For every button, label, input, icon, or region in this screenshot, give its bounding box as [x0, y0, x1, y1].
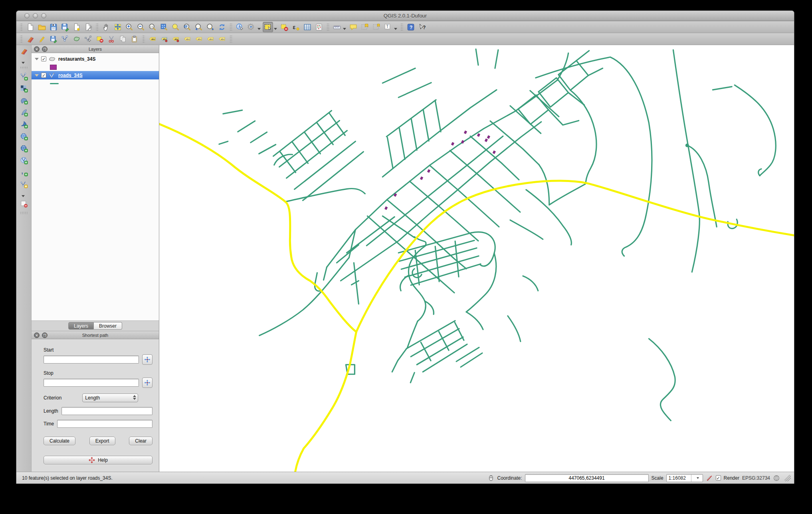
new-shapefile-button[interactable]	[19, 179, 29, 190]
layer-visibility-checkbox[interactable]: ✓	[41, 73, 46, 78]
map-tips-button[interactable]	[348, 22, 358, 32]
render-checkbox[interactable]: ✓	[716, 475, 721, 480]
zoom-native-button[interactable]: 1:1	[147, 22, 158, 32]
toolbar-grip[interactable]	[400, 23, 403, 32]
zoom-in-button[interactable]	[124, 22, 135, 32]
pan-map-button[interactable]	[101, 22, 111, 32]
pan-to-selection-button[interactable]	[113, 22, 123, 32]
label-show-hide-button[interactable]: abc	[205, 34, 216, 44]
field-calculator-button[interactable]	[314, 22, 324, 32]
clear-button[interactable]: Clear	[129, 437, 152, 445]
scale-combo[interactable]: 1:16082	[666, 474, 703, 482]
stop-render-icon[interactable]	[706, 474, 713, 482]
toolbar-grip[interactable]	[142, 35, 145, 43]
labeling-button[interactable]: abc	[147, 34, 158, 44]
tab-browser[interactable]: Browser	[94, 322, 122, 330]
zoom-last-button[interactable]	[194, 22, 204, 32]
new-composer-button[interactable]	[71, 22, 82, 32]
tab-layers[interactable]: Layers	[68, 322, 94, 330]
help-button[interactable]: ?	[406, 22, 416, 32]
coordinate-capture-icon[interactable]	[487, 474, 495, 482]
current-edits-button[interactable]	[25, 34, 36, 44]
float-panel-icon[interactable]: ❐	[42, 46, 48, 52]
paste-features-button[interactable]	[129, 34, 140, 44]
toolbar-grip[interactable]	[20, 212, 28, 214]
resize-grip[interactable]	[784, 475, 791, 481]
text-annotation-button[interactable]: T	[383, 22, 393, 32]
layer-item-restaurants_34S[interactable]: ✓restaurants_34S	[32, 55, 159, 63]
zoom-next-button[interactable]	[205, 22, 216, 32]
delete-selected-button[interactable]	[95, 34, 105, 44]
add-postgis-layer-button[interactable]	[19, 95, 29, 106]
layer-visibility-checkbox[interactable]: ✓	[41, 56, 46, 61]
whats-this-button[interactable]: ?	[417, 22, 428, 32]
deselect-all-button[interactable]	[279, 22, 289, 32]
toolbar-grip[interactable]	[96, 23, 99, 32]
layer-item-roads_34S[interactable]: ✓roads_34S	[32, 71, 159, 79]
add-wms-layer-button[interactable]	[19, 131, 29, 142]
label-diagram-button[interactable]: abc	[217, 34, 227, 44]
toolbar-grip[interactable]	[230, 35, 232, 43]
toolbar-grip[interactable]	[327, 23, 329, 32]
chevron-down-icon[interactable]	[22, 62, 25, 64]
coordinate-input[interactable]	[525, 474, 649, 482]
add-vector-layer-button[interactable]	[19, 71, 29, 82]
save-project-as-button[interactable]	[60, 22, 70, 32]
toolbar-grip[interactable]	[20, 66, 28, 69]
zoom-to-layer-button[interactable]	[182, 22, 192, 32]
expander-icon[interactable]	[35, 74, 39, 77]
open-project-button[interactable]	[37, 22, 47, 32]
pick-start-button[interactable]	[142, 354, 152, 365]
chevron-down-icon[interactable]	[22, 195, 25, 197]
add-delimited-text-button[interactable]: ,	[19, 167, 29, 178]
node-tool-button[interactable]	[83, 34, 93, 44]
pick-stop-button[interactable]	[142, 378, 152, 388]
add-mssql-layer-button[interactable]	[19, 119, 29, 130]
crs-globe-icon[interactable]	[773, 474, 780, 482]
current-edits-button[interactable]	[19, 46, 29, 56]
calculate-button[interactable]: Calculate	[44, 437, 75, 445]
close-panel-icon[interactable]: ✕	[34, 46, 40, 52]
run-feature-action-button[interactable]	[246, 22, 257, 32]
attribute-table-button[interactable]	[302, 22, 313, 32]
remove-layer-button[interactable]	[19, 199, 29, 209]
save-edits-button[interactable]	[48, 34, 59, 44]
chevron-down-icon[interactable]	[343, 28, 346, 30]
float-panel-icon[interactable]: ❐	[42, 332, 48, 338]
minimize-window-button[interactable]	[33, 13, 38, 18]
zoom-out-button[interactable]	[136, 22, 146, 32]
start-input[interactable]	[44, 356, 139, 364]
toolbar-grip[interactable]	[20, 23, 23, 32]
map-canvas[interactable]	[159, 45, 794, 472]
identify-button[interactable]: i	[235, 22, 245, 32]
close-window-button[interactable]	[24, 13, 30, 18]
close-panel-icon[interactable]: ✕	[34, 332, 40, 338]
toggle-editing-button[interactable]	[37, 34, 47, 44]
add-feature-button[interactable]	[60, 34, 70, 44]
add-spatialite-layer-button[interactable]	[19, 107, 29, 118]
length-input[interactable]	[61, 407, 152, 415]
export-button[interactable]: Export	[89, 437, 115, 445]
criterion-select[interactable]: Length	[82, 393, 138, 402]
zoom-to-selection-button[interactable]	[170, 22, 181, 32]
show-bookmarks-button[interactable]	[371, 22, 382, 32]
add-raster-layer-button[interactable]	[19, 83, 29, 94]
expander-icon[interactable]	[35, 58, 39, 60]
chevron-down-icon[interactable]	[274, 28, 277, 30]
label-properties-button[interactable]: abc	[194, 34, 204, 44]
chevron-down-icon[interactable]	[257, 28, 261, 30]
select-rectangle-button[interactable]	[263, 22, 273, 32]
label-rotate-button[interactable]: abc	[182, 34, 192, 44]
zoom-window-button[interactable]	[41, 13, 46, 18]
composer-manager-button[interactable]	[83, 22, 93, 32]
cut-features-button[interactable]	[106, 34, 117, 44]
time-input[interactable]	[57, 420, 152, 428]
label-move-button[interactable]: abc	[170, 34, 181, 44]
measure-button[interactable]	[332, 22, 342, 32]
help-button[interactable]: Help	[44, 456, 152, 465]
refresh-button[interactable]	[217, 22, 227, 32]
move-feature-button[interactable]	[71, 34, 82, 44]
toolbar-grip[interactable]	[20, 35, 23, 43]
chevron-down-icon[interactable]	[394, 28, 397, 30]
copy-features-button[interactable]	[118, 34, 128, 44]
